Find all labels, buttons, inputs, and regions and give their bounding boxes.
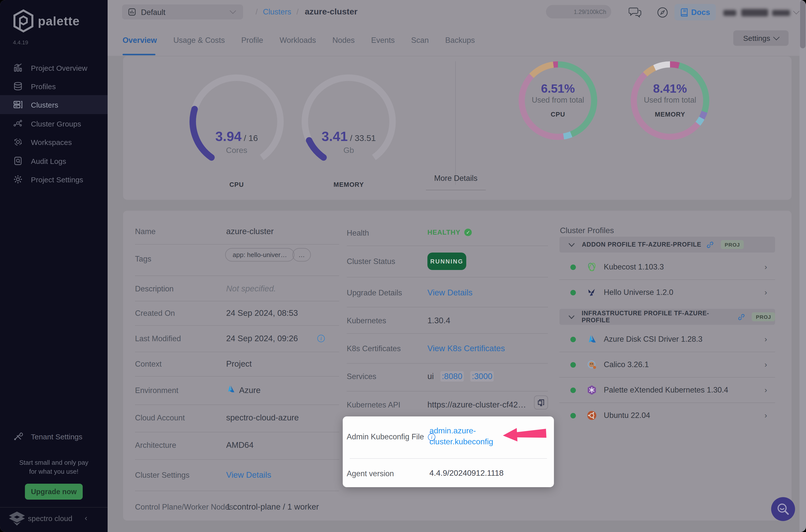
cluster-status-badge[interactable]: RUNNING: [427, 252, 466, 270]
profile-item-calico[interactable]: Calico 3.26.1 ›: [559, 352, 775, 377]
memory-gauge-caption: MEMORY: [299, 181, 399, 188]
user-name-redacted2: [772, 10, 790, 16]
services-value: ui :8080 :3000: [427, 371, 494, 382]
memory-donut-caption: MEMORY: [631, 111, 709, 118]
admin-kubeconfig-row: Admin Kubeconfig File i: [347, 432, 435, 441]
k8s-certificates-link[interactable]: View K8s Certificates: [427, 344, 505, 353]
sidebar-item-workspaces[interactable]: Workspaces: [0, 133, 108, 151]
description-value: Not specified.: [226, 284, 276, 293]
tag-pill[interactable]: app: hello-univer…: [225, 248, 294, 262]
app-window: Default / Clusters / azure-cluster 1.29/…: [0, 0, 806, 532]
breadcrumb-separator2: /: [296, 7, 299, 16]
sidebar-item-project-settings[interactable]: Project Settings: [0, 170, 108, 189]
upgrade-now-label: Upgrade now: [31, 488, 77, 496]
kubernetes-api-value: https://azure-cluster-cf42…: [427, 400, 529, 410]
cpu-gauge-value: 3.94 / 16: [187, 129, 286, 145]
tab-profile[interactable]: Profile: [241, 36, 263, 45]
chevron-down-icon: [230, 7, 236, 14]
upgrade-now-button[interactable]: Upgrade now: [25, 484, 83, 500]
cluster-settings-link[interactable]: View Details: [226, 470, 271, 480]
infra-proj-badge: PROJ: [752, 312, 775, 321]
profile-item-azure-disk[interactable]: Azure Disk CSI Driver 1.28.3 ›: [559, 327, 775, 352]
more-details-button[interactable]: More Details: [426, 174, 486, 183]
upgrade-details-link[interactable]: View Details: [427, 288, 473, 297]
addon-profile-header[interactable]: ADDON PROFILE TF-AZURE-PROFILE PROJ: [559, 236, 775, 252]
copy-icon: [537, 399, 544, 406]
usage-badge-text: 1.29/100kCh: [574, 9, 606, 15]
topbar: Default / Clusters / azure-cluster 1.29/…: [108, 0, 806, 25]
sidebar-item-tenant-settings[interactable]: Tenant Settings: [0, 427, 108, 446]
chevron-right-icon: ›: [764, 385, 767, 395]
profile-item-hello-universe[interactable]: Hello Universe 1.2.0 ›: [559, 280, 775, 305]
service-port-3000-link[interactable]: :3000: [470, 371, 494, 382]
name-label: Name: [135, 227, 156, 236]
settings-button[interactable]: Settings: [733, 31, 789, 46]
profile-item-name: Ubuntu 22.04: [604, 411, 650, 420]
tab-nodes[interactable]: Nodes: [332, 36, 355, 45]
sidebar-item-audit-logs[interactable]: Audit Logs: [0, 151, 108, 170]
admin-kubeconfig-link[interactable]: admin.azure- cluster.kubeconfig: [429, 425, 493, 447]
project-selector[interactable]: Default: [122, 4, 243, 19]
status-dot: [570, 413, 576, 418]
palette-logo-icon: [13, 9, 34, 33]
breadcrumb-current: azure-cluster: [305, 7, 358, 16]
breadcrumb-clusters-link[interactable]: Clusters: [263, 7, 291, 16]
profile-item-name: Palette eXtended Kubernetes 1.30.4: [604, 385, 728, 395]
tags-more-button[interactable]: …: [292, 248, 311, 262]
cpu-donut-pct: 6.51%: [519, 82, 597, 96]
infra-profile-header[interactable]: INFRASTRUCTURE PROFILE TF-AZURE-PROFILE …: [559, 309, 775, 325]
compass-icon[interactable]: [656, 6, 669, 18]
avatar[interactable]: [723, 10, 736, 16]
chat-icon[interactable]: [629, 6, 642, 19]
cluster-profiles-title: Cluster Profiles: [560, 226, 614, 235]
profile-item-pxk[interactable]: Palette eXtended Kubernetes 1.30.4 ›: [559, 378, 775, 402]
layers-icon: [13, 81, 23, 91]
cpu-gauge: [187, 72, 286, 171]
cluster-status-label: Cluster Status: [347, 257, 395, 266]
row-divider: [135, 432, 339, 432]
sidebar-item-cluster-groups[interactable]: Cluster Groups: [0, 114, 108, 133]
profile-item-name: Kubecost 1.103.3: [604, 263, 664, 271]
copy-button[interactable]: [534, 396, 548, 410]
sidebar-item-project-overview[interactable]: Project Overview: [0, 58, 108, 77]
row-divider: [135, 352, 339, 352]
user-menu-chevron-icon[interactable]: [793, 8, 799, 14]
sidebar-item-label: Clusters: [31, 100, 58, 109]
chevron-down-icon: [773, 34, 779, 40]
created-on-value: 24 Sep 2024, 08:53: [226, 308, 298, 318]
profile-item-ubuntu[interactable]: Ubuntu 22.04 ›: [559, 403, 775, 428]
search-fab-button[interactable]: [771, 497, 795, 521]
health-status-text: HEALTHY: [427, 229, 461, 236]
service-port-8080-link[interactable]: :8080: [440, 371, 464, 382]
sidebar: palette 4.4.19 Project Overview Profiles: [0, 0, 108, 532]
cluster-settings-label: Cluster Settings: [135, 471, 190, 480]
admin-kubeconfig-label: Admin Kubeconfig File: [347, 432, 424, 441]
tab-workloads[interactable]: Workloads: [280, 36, 316, 45]
tab-events[interactable]: Events: [371, 36, 395, 45]
spotlight-divider: [350, 458, 547, 459]
tab-backups[interactable]: Backups: [445, 36, 475, 45]
usage-badge[interactable]: 1.29/100kCh: [546, 5, 611, 18]
sidebar-collapse-icon[interactable]: ‹: [85, 514, 88, 522]
status-dot: [570, 362, 576, 367]
tab-overview[interactable]: Overview: [122, 36, 157, 45]
palette-extended-kubernetes-logo: [586, 384, 597, 396]
scrollbar-track[interactable]: [800, 0, 806, 532]
network-icon: [13, 118, 23, 129]
architecture-value: AMD64: [226, 440, 253, 450]
row-divider: [347, 246, 548, 246]
last-modified-value: 24 Sep 2024, 09:26: [226, 334, 298, 343]
profile-item-kubecost[interactable]: Kubecost 1.103.3 ›: [559, 254, 775, 280]
docs-button[interactable]: Docs: [674, 4, 716, 20]
sidebar-item-clusters[interactable]: Clusters: [0, 95, 108, 114]
tab-scan[interactable]: Scan: [411, 36, 429, 45]
info-icon[interactable]: i: [317, 335, 325, 342]
tab-usage-costs[interactable]: Usage & Costs: [173, 36, 225, 45]
tags-label: Tags: [135, 254, 151, 264]
row-divider: [347, 307, 548, 307]
sidebar-item-profiles[interactable]: Profiles: [0, 77, 108, 96]
scrollbar-thumb[interactable]: [800, 0, 806, 48]
infra-profile-title: INFRASTRUCTURE PROFILE TF-AZURE-PROFILE: [581, 310, 733, 324]
nodes-value: 1 control-plane / 1 worker: [226, 502, 319, 512]
check-circle-icon: ✓: [464, 229, 472, 236]
